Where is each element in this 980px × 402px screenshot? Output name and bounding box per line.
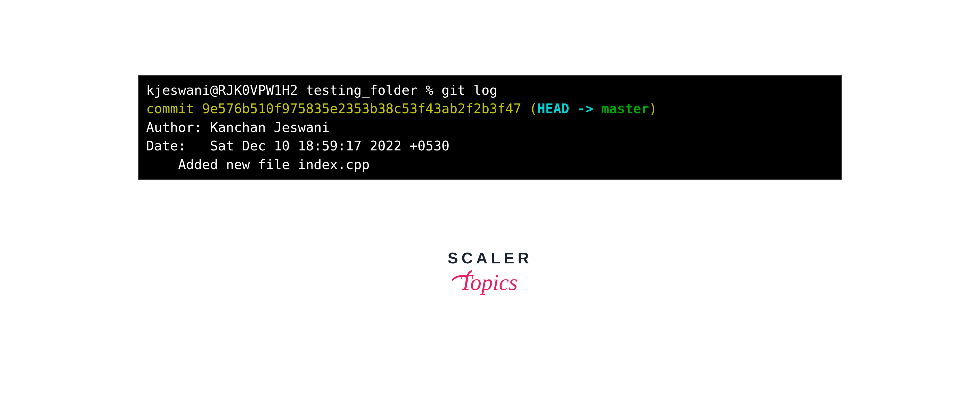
prompt-symbol: %: [425, 83, 434, 98]
prompt-line: kjeswani@RJK0VPW1H2 testing_folder % git…: [146, 81, 834, 99]
commit-hash: 9e576b510f975835e2353b38c53f43ab2f2b3f47: [202, 101, 522, 116]
prompt-directory: testing_folder: [306, 83, 418, 98]
svg-text:Topics: Topics: [460, 270, 518, 295]
logo-topics-text: Topics: [450, 267, 530, 302]
commit-message: Added new file index.cpp: [146, 155, 834, 174]
terminal-window: kjeswani@RJK0VPW1H2 testing_folder % git…: [138, 75, 842, 180]
branch-name: master: [601, 101, 649, 116]
command-text: git log: [442, 83, 498, 98]
brand-logo: SCALER Topics: [448, 249, 532, 302]
logo-scaler-text: SCALER: [448, 249, 532, 267]
commit-line: commit 9e576b510f975835e2353b38c53f43ab2…: [146, 99, 834, 118]
date-line: Date: Sat Dec 10 18:59:17 2022 +0530: [146, 137, 834, 155]
head-pointer: HEAD ->: [537, 101, 601, 116]
commit-label: commit: [146, 101, 194, 116]
paren-close: ): [649, 101, 657, 116]
paren-open: (: [529, 101, 537, 116]
prompt-user-host: kjeswani@RJK0VPW1H2: [146, 83, 298, 98]
author-line: Author: Kanchan Jeswani: [146, 118, 834, 137]
